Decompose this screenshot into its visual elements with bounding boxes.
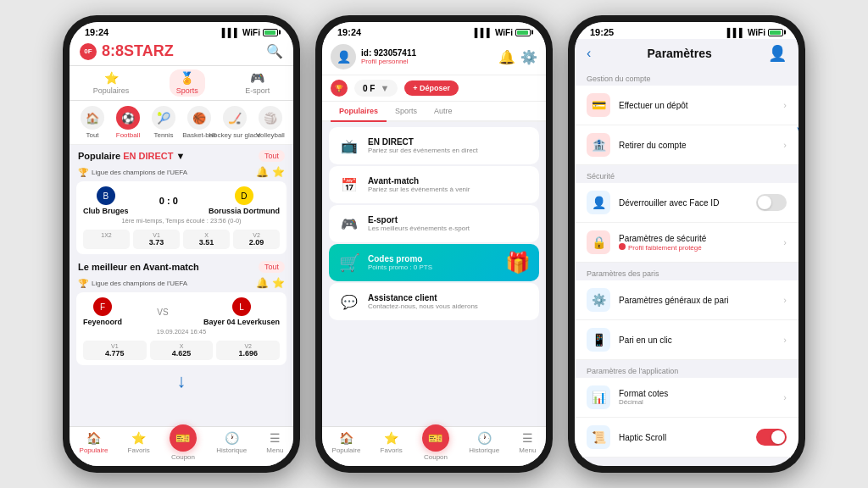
pari-clic-text: Pari en un clic bbox=[619, 336, 775, 345]
p2-tab-populaires[interactable]: Populaires bbox=[331, 102, 387, 120]
menu-promo[interactable]: 🛒 Codes promo Points promo : 0 PTS 🎁 bbox=[329, 244, 539, 281]
bottom2-coupon[interactable]: 🎫 Coupon bbox=[422, 431, 449, 461]
sport-volleyball[interactable]: 🏐 Volleyball bbox=[256, 106, 285, 139]
esport-icon: 🎮 bbox=[250, 71, 264, 85]
odd-v1[interactable]: V13.73 bbox=[133, 230, 180, 249]
bottom2-menu[interactable]: ☰ Menu bbox=[519, 431, 536, 461]
securite-sub: Profil faiblement protégé bbox=[619, 243, 775, 252]
league-name-1: Ligue des champions de l'UEFA bbox=[92, 169, 187, 176]
section-title-1: Populaire EN DIRECT ▼ bbox=[78, 151, 185, 161]
pari-clic-title: Pari en un clic bbox=[619, 336, 775, 345]
bottom-favoris[interactable]: ⭐ Favoris bbox=[128, 431, 150, 461]
item-retirer[interactable]: 🏦 Retirer du compte › ↓ bbox=[575, 125, 798, 165]
home-icon: 🏠 bbox=[86, 431, 101, 445]
section-label-paris: Paramètres des paris bbox=[575, 263, 798, 280]
bottom-menu[interactable]: ☰ Menu bbox=[266, 431, 283, 461]
odd-v2-2[interactable]: V21.696 bbox=[216, 341, 280, 360]
tab-esport[interactable]: 🎮 E-sport bbox=[238, 69, 276, 97]
coupon-btn-2[interactable]: 🎫 bbox=[422, 424, 449, 452]
tab-sports[interactable]: 🏅 Sports bbox=[170, 69, 205, 97]
params-generaux-chevron-icon: › bbox=[783, 295, 787, 305]
p2-tab-autre[interactable]: Autre bbox=[426, 102, 461, 120]
sport-tout[interactable]: 🏠 Tout bbox=[78, 106, 107, 139]
item-haptic-scroll[interactable]: 📜 Haptic Scroll bbox=[575, 418, 798, 458]
menu-promo-sub: Points promo : 0 PTS bbox=[368, 263, 498, 271]
item-params-generaux[interactable]: ⚙️ Paramètres généraux de pari › bbox=[575, 280, 798, 320]
vs-label: VS bbox=[157, 308, 168, 317]
league-icon-2: 🏆 bbox=[78, 279, 88, 288]
phone-1: 19:24 ▌▌▌ WiFi 0F 8:8STARZ 🔍 ⭐ bbox=[63, 15, 300, 473]
star-fav-icon-2[interactable]: ⭐ bbox=[272, 277, 285, 289]
odd-x-2[interactable]: X4.625 bbox=[150, 341, 214, 360]
bottom2-historique[interactable]: 🕐 Historique bbox=[469, 431, 499, 461]
item-faceid[interactable]: 👤 Déverrouiller avec Face ID bbox=[575, 183, 798, 223]
user-id: id: 923057411 bbox=[361, 48, 416, 58]
star-fav-icon[interactable]: ⭐ bbox=[272, 166, 285, 178]
bottom2-populaire[interactable]: 🏠 Populaire bbox=[332, 431, 361, 461]
p3-avatar-icon[interactable]: 👤 bbox=[768, 44, 787, 63]
match-card-2[interactable]: F Feyenoord VS L Bayer 04 Leverkusen 19.… bbox=[76, 292, 287, 365]
coupon-btn[interactable]: 🎫 bbox=[170, 424, 197, 452]
search-icon[interactable]: 🔍 bbox=[266, 43, 283, 59]
item-depot[interactable]: 💳 Effectuer un dépôt › bbox=[575, 86, 798, 125]
depot-chevron-icon: › bbox=[783, 100, 787, 110]
section-header-avantmatch: Le meilleur en Avant-match Tout bbox=[70, 256, 293, 275]
p1-content: Populaire EN DIRECT ▼ Tout 🏆 Ligue des c… bbox=[70, 145, 293, 426]
haptic-icon: 📜 bbox=[587, 425, 610, 449]
bell-icon-2[interactable]: 🔔 bbox=[256, 277, 269, 289]
bottom-historique[interactable]: 🕐 Historique bbox=[216, 431, 247, 461]
status-bar-1: 19:24 ▌▌▌ WiFi bbox=[70, 22, 293, 39]
item-pari-un-clic[interactable]: 📱 Pari en un clic › bbox=[575, 320, 798, 360]
p3-header: ‹ Paramètres 👤 bbox=[575, 39, 798, 68]
format-cotes-title: Format cotes bbox=[619, 389, 775, 398]
haptic-toggle-knob bbox=[771, 430, 785, 444]
section-link-1[interactable]: Tout bbox=[259, 150, 285, 162]
menu-esport[interactable]: 🎮 E-sport Les meilleurs événements e-spo… bbox=[329, 205, 539, 242]
faceid-toggle[interactable] bbox=[756, 194, 787, 211]
league-icon-1: 🏆 bbox=[78, 168, 88, 177]
odd-v2[interactable]: V22.09 bbox=[233, 230, 280, 249]
profile-sub: Profil personnel bbox=[361, 58, 416, 65]
settings-icon[interactable]: ⚙️ bbox=[520, 49, 537, 65]
bottom-coupon[interactable]: 🎫 Coupon bbox=[170, 431, 197, 461]
notification-icon[interactable]: 🔔 bbox=[498, 49, 515, 65]
bottom2-favoris[interactable]: ⭐ Favoris bbox=[381, 431, 403, 461]
haptic-title: Haptic Scroll bbox=[619, 433, 748, 442]
securite-chevron-icon: › bbox=[783, 237, 787, 247]
item-format-cotes[interactable]: 📊 Format cotes Décimal › bbox=[575, 378, 798, 418]
menu-promo-text: Codes promo Points promo : 0 PTS bbox=[368, 254, 498, 271]
menu-esport-sub: Les meilleurs événements e-sport bbox=[368, 225, 531, 232]
balance-row: 🏆 0 F ▼ + Déposer bbox=[322, 75, 546, 102]
tab-populaires[interactable]: ⭐ Populaires bbox=[86, 69, 136, 97]
p2-tab-sports[interactable]: Sports bbox=[387, 102, 426, 120]
item-securite[interactable]: 🔒 Paramètres de sécurité Profil faibleme… bbox=[575, 223, 798, 263]
format-cotes-text: Format cotes Décimal bbox=[619, 389, 775, 406]
back-button[interactable]: ‹ bbox=[587, 46, 591, 61]
user-avatar[interactable]: 👤 bbox=[331, 44, 356, 69]
odd-x[interactable]: X3.51 bbox=[183, 230, 230, 249]
haptic-toggle[interactable] bbox=[756, 429, 787, 446]
bell-icon[interactable]: 🔔 bbox=[256, 166, 269, 178]
menu-avant-match[interactable]: 📅 Avant-match Pariez sur les événements … bbox=[329, 166, 539, 203]
odd-v1-2[interactable]: V14.775 bbox=[83, 341, 147, 360]
deposit-button[interactable]: + Déposer bbox=[404, 80, 459, 96]
app-logo: 8:8STARZ bbox=[102, 42, 174, 60]
status-bar-3: 19:25 ▌▌▌ WiFi bbox=[575, 22, 798, 39]
menu-esport-text: E-sport Les meilleurs événements e-sport bbox=[368, 215, 531, 232]
section-label-app: Paramètres de l'application bbox=[575, 360, 798, 378]
match-card-1[interactable]: B Club Bruges 0 : 0 D Borussia Dortmund … bbox=[76, 181, 287, 254]
sport-hockey[interactable]: 🏒 Hockey sur glace bbox=[220, 106, 249, 139]
balance-dropdown[interactable]: ▼ bbox=[380, 83, 389, 93]
format-cotes-chevron-icon: › bbox=[783, 392, 787, 402]
sport-football[interactable]: ⚽ Football bbox=[114, 106, 142, 139]
params-generaux-title: Paramètres généraux de pari bbox=[619, 296, 775, 305]
balance-value: 0 F bbox=[363, 84, 375, 93]
menu-en-direct-title: EN DIRECT bbox=[368, 137, 531, 147]
bottom-populaire[interactable]: 🏠 Populaire bbox=[80, 431, 108, 461]
tennis-icon: 🎾 bbox=[152, 106, 175, 130]
sport-tennis[interactable]: 🎾 Tennis bbox=[149, 106, 178, 139]
section-link-2[interactable]: Tout bbox=[259, 261, 285, 273]
faceid-icon: 👤 bbox=[587, 191, 610, 214]
menu-en-direct[interactable]: 📺 EN DIRECT Pariez sur des événements en… bbox=[329, 127, 539, 164]
menu-assistance[interactable]: 💬 Assistance client Contactez-nous, nous… bbox=[329, 283, 539, 320]
